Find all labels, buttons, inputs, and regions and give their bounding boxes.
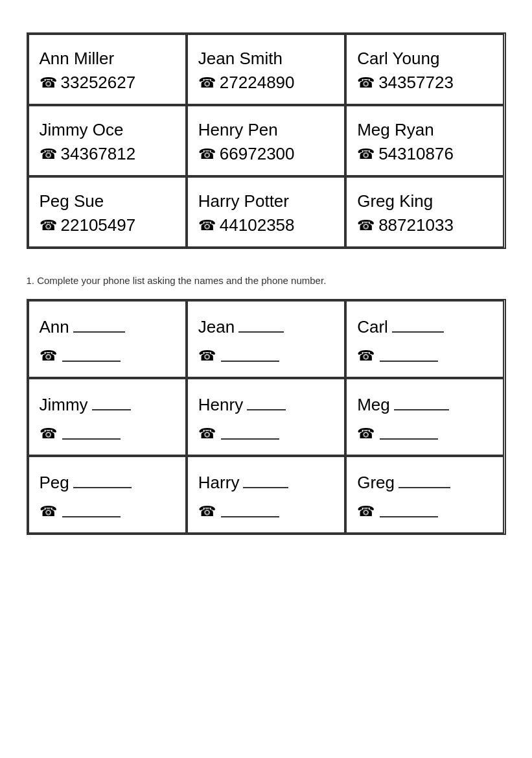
- phone-icon: ☎: [357, 217, 375, 234]
- fill-card[interactable]: Ann ☎: [28, 300, 187, 378]
- fill-name-row: Henry: [198, 395, 334, 415]
- phone-icon: ☎: [40, 75, 57, 91]
- phone-icon: ☎: [40, 503, 57, 520]
- fill-phone-row: ☎: [357, 503, 492, 520]
- fill-name-line: [238, 331, 284, 333]
- reference-grid: Ann Miller ☎33252627 Jean Smith ☎2722489…: [27, 32, 506, 249]
- instruction-text: 1. Complete your phone list asking the n…: [27, 275, 506, 286]
- fill-first-name: Carl: [357, 317, 388, 337]
- contact-name: Ann Miller: [40, 49, 175, 69]
- fill-phone-line: [62, 516, 121, 517]
- fill-phone-line: [380, 438, 438, 440]
- fill-name-line: [247, 409, 286, 410]
- fill-phone-line: [221, 361, 279, 362]
- fill-first-name: Ann: [40, 317, 69, 337]
- fill-phone-line: [221, 516, 279, 517]
- fill-name-row: Carl: [357, 317, 492, 337]
- fill-phone-line: [62, 361, 121, 362]
- reference-card: Carl Young ☎34357723: [345, 34, 504, 105]
- fill-card[interactable]: Jimmy ☎: [28, 378, 187, 456]
- phone-icon: ☎: [40, 348, 57, 364]
- fill-card[interactable]: Henry ☎: [187, 378, 345, 456]
- fill-phone-line: [380, 516, 438, 517]
- contact-name: Carl Young: [357, 49, 492, 69]
- reference-card: Ann Miller ☎33252627: [28, 34, 187, 105]
- fill-name-row: Meg: [357, 395, 492, 415]
- phone-icon: ☎: [357, 503, 375, 520]
- fill-first-name: Henry: [198, 395, 243, 415]
- phone-icon: ☎: [40, 146, 57, 163]
- reference-card: Henry Pen ☎66972300: [187, 105, 345, 176]
- phone-icon: ☎: [357, 75, 375, 91]
- fill-phone-row: ☎: [198, 503, 334, 520]
- contact-name: Harry Potter: [198, 191, 334, 211]
- contact-phone: ☎34367812: [40, 144, 175, 164]
- contact-name: Jean Smith: [198, 49, 334, 69]
- fill-first-name: Peg: [40, 473, 69, 493]
- fill-card[interactable]: Meg ☎: [345, 378, 504, 456]
- fill-card[interactable]: Harry ☎: [187, 456, 345, 534]
- fill-phone-row: ☎: [40, 425, 175, 442]
- fill-name-row: Peg: [40, 473, 175, 493]
- fill-name-row: Ann: [40, 317, 175, 337]
- fill-phone-row: ☎: [40, 503, 175, 520]
- fill-phone-row: ☎: [40, 348, 175, 364]
- contact-phone: ☎27224890: [198, 73, 334, 93]
- fill-phone-line: [62, 438, 121, 440]
- contact-phone: ☎88721033: [357, 215, 492, 235]
- fill-name-row: Greg: [357, 473, 492, 493]
- fill-name-line: [73, 331, 125, 333]
- fill-name-line: [394, 409, 449, 410]
- reference-card: Jimmy Oce ☎34367812: [28, 105, 187, 176]
- fill-card[interactable]: Greg ☎: [345, 456, 504, 534]
- reference-card: Peg Sue ☎22105497: [28, 176, 187, 248]
- phone-icon: ☎: [357, 425, 375, 442]
- fill-card[interactable]: Peg ☎: [28, 456, 187, 534]
- fill-first-name: Jean: [198, 317, 235, 337]
- fill-name-line: [399, 487, 450, 488]
- fill-phone-row: ☎: [357, 425, 492, 442]
- fill-name-line: [92, 409, 131, 410]
- fill-name-row: Jimmy: [40, 395, 175, 415]
- fill-card[interactable]: Jean ☎: [187, 300, 345, 378]
- contact-name: Greg King: [357, 191, 492, 211]
- reference-card: Harry Potter ☎44102358: [187, 176, 345, 248]
- contact-name: Peg Sue: [40, 191, 175, 211]
- contact-phone: ☎34357723: [357, 73, 492, 93]
- contact-phone: ☎22105497: [40, 215, 175, 235]
- phone-icon: ☎: [40, 217, 57, 234]
- phone-icon: ☎: [198, 146, 216, 163]
- contact-name: Henry Pen: [198, 120, 334, 140]
- phone-icon: ☎: [357, 146, 375, 163]
- fill-name-line: [73, 487, 132, 488]
- phone-icon: ☎: [198, 503, 216, 520]
- fill-phone-line: [221, 438, 279, 440]
- contact-phone: ☎54310876: [357, 144, 492, 164]
- reference-card: Jean Smith ☎27224890: [187, 34, 345, 105]
- fill-phone-row: ☎: [198, 348, 334, 364]
- phone-icon: ☎: [40, 425, 57, 442]
- fill-name-line: [392, 331, 444, 333]
- fill-phone-row: ☎: [357, 348, 492, 364]
- contact-name: Jimmy Oce: [40, 120, 175, 140]
- phone-icon: ☎: [198, 348, 216, 364]
- fill-name-row: Jean: [198, 317, 334, 337]
- fill-first-name: Greg: [357, 473, 395, 493]
- fill-first-name: Jimmy: [40, 395, 88, 415]
- contact-name: Meg Ryan: [357, 120, 492, 140]
- fill-phone-line: [380, 361, 438, 362]
- contact-phone: ☎44102358: [198, 215, 334, 235]
- fill-card[interactable]: Carl ☎: [345, 300, 504, 378]
- reference-card: Greg King ☎88721033: [345, 176, 504, 248]
- contact-phone: ☎66972300: [198, 144, 334, 164]
- phone-icon: ☎: [357, 348, 375, 364]
- fill-name-line: [243, 487, 288, 488]
- fill-first-name: Harry: [198, 473, 240, 493]
- reference-card: Meg Ryan ☎54310876: [345, 105, 504, 176]
- fill-name-row: Harry: [198, 473, 334, 493]
- phone-icon: ☎: [198, 75, 216, 91]
- contact-phone: ☎33252627: [40, 73, 175, 93]
- fill-grid[interactable]: Ann ☎ Jean ☎ Carl ☎ Jimmy ☎: [27, 299, 506, 535]
- phone-icon: ☎: [198, 217, 216, 234]
- fill-first-name: Meg: [357, 395, 390, 415]
